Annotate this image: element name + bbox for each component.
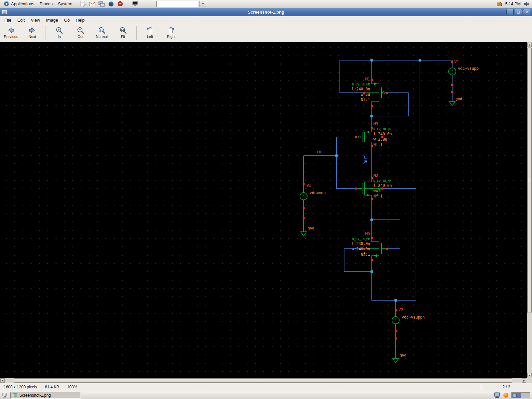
toolbar-left-button[interactable]: Left (140, 25, 160, 41)
status-collection-frame: 2 / 3 (482, 384, 531, 390)
gnome-bottom-panel: Screenshot-1.png (0, 391, 532, 399)
zoom-fit-icon (119, 26, 127, 34)
svg-text:out: out (363, 156, 368, 164)
scroll-down-button[interactable]: ▼ (527, 373, 532, 377)
svg-text:M3: M3 (373, 122, 378, 126)
arrow-right-icon (28, 26, 36, 34)
menu-help[interactable]: Help (73, 17, 88, 24)
web-browser-icon (108, 1, 114, 7)
statusbar: 532 x 399 pixels 61.4 KB 103% 2 / 3 (0, 383, 532, 391)
scroll-left-button[interactable]: ◀ (0, 378, 5, 383)
toolbar-button-label: Normal (96, 35, 107, 39)
svg-text:w:240.0n: w:240.0n (352, 247, 370, 251)
menubar: FileEditViewImageGoHelp (0, 16, 532, 24)
scrollbar-corner (527, 378, 532, 383)
menu-image[interactable]: Image (43, 17, 61, 24)
scroll-right-button[interactable]: ▶ (522, 378, 526, 383)
rotate-left-icon (146, 26, 154, 34)
bottom-tray (494, 392, 531, 398)
minimize-button[interactable]: ▁ (506, 9, 514, 15)
package-manager-icon (117, 1, 123, 7)
svg-text:−: − (395, 320, 397, 324)
rotate-right-icon (167, 26, 175, 34)
panel-entry-dropdown-button[interactable]: ▼ (200, 1, 206, 7)
svg-text:1:1: 1:1 (100, 29, 103, 31)
menu-edit[interactable]: Edit (14, 17, 28, 24)
status-zoom-level: 103% (67, 385, 77, 389)
svg-text:in: in (316, 149, 321, 154)
toolbar-normal-button[interactable]: 1:1Normal (92, 25, 111, 41)
svg-text:vdc=vsupp: vdc=vsupp (458, 66, 478, 71)
svg-text:vdc=vsuppn: vdc=vsuppn (402, 315, 425, 320)
svg-text:M5: M5 (365, 231, 370, 236)
display-tray-icon[interactable] (494, 392, 500, 398)
email-icon (89, 2, 95, 6)
menu-view[interactable]: View (28, 17, 43, 24)
workspace-1[interactable] (512, 393, 521, 398)
thumb-grip (528, 179, 531, 182)
thumb-grip (262, 379, 265, 382)
email-launcher[interactable] (89, 0, 96, 7)
image-canvas[interactable]: M1P_LV_18_MMl:240.0nw=5uNf:1M3P_LV_18_MM… (0, 42, 527, 378)
svg-text:P_LV_18_MM: P_LV_18_MM (352, 83, 370, 86)
gnome-top-panel: Applications Places System ▼ 5:14 PM (0, 0, 532, 8)
package-tray-icon[interactable] (496, 1, 502, 6)
svg-text:M1: M1 (365, 77, 370, 81)
window-icon (2, 9, 7, 15)
zoom-out-icon (76, 26, 84, 34)
svg-text:M2: M2 (373, 173, 378, 178)
svg-text:gnd: gnd (308, 226, 314, 230)
status-dimensions: 532 x 399 pixels (4, 385, 37, 389)
svg-text:w=2.8u: w=2.8u (373, 137, 387, 142)
maximize-button[interactable]: ▢ (515, 9, 522, 15)
toolbar-button-label: Next (29, 35, 36, 39)
toolbar-next-button[interactable]: Next (23, 25, 42, 41)
web-browser-launcher[interactable] (107, 0, 114, 7)
zoom-normal-icon: 1:1 (98, 26, 106, 34)
toolbar-button-label: Fit (121, 35, 125, 39)
status-info-frame: 532 x 399 pixels 61.4 KB 103% (1, 384, 480, 390)
window-titlebar[interactable]: Screenshot-1.png ▁ ▢ ✕ (0, 8, 532, 16)
menu-go[interactable]: Go (61, 17, 72, 24)
taskbar-window-button[interactable]: Screenshot-1.png (10, 392, 81, 399)
toolbar-in-button[interactable]: In (50, 25, 69, 41)
system-menu[interactable]: System (55, 1, 75, 7)
svg-text:Nf:1: Nf:1 (373, 194, 383, 199)
toolbar-previous-button[interactable]: Previous (1, 25, 21, 41)
svg-text:−: − (451, 71, 453, 75)
toolbar-fit-button[interactable]: Fit (113, 25, 133, 41)
volume-icon[interactable] (524, 1, 529, 6)
toolbar-out-button[interactable]: Out (71, 25, 90, 41)
terminal-launcher[interactable] (132, 0, 139, 7)
toolbar-right-button[interactable]: Right (162, 25, 181, 41)
update-notifier-icon[interactable] (503, 393, 508, 398)
panel-launchers (79, 0, 139, 7)
toolbar-separator (46, 26, 46, 40)
svg-text:w=1u: w=1u (373, 189, 383, 193)
places-menu[interactable]: Places (37, 1, 55, 7)
toolbar-button-label: Out (77, 35, 83, 39)
package-manager-launcher[interactable] (117, 0, 124, 7)
toolbar-button-label: Left (147, 35, 153, 39)
close-button[interactable]: ✕ (523, 9, 530, 15)
workspace-2[interactable] (521, 393, 530, 398)
text-editor-launcher[interactable] (79, 0, 86, 7)
applications-menu-icon (4, 1, 9, 7)
screenshot-tool-launcher[interactable] (98, 0, 105, 7)
menu-file[interactable]: File (1, 17, 14, 24)
window-controls: ▁ ▢ ✕ (506, 9, 530, 15)
panel-clock[interactable]: 5:14 PM (505, 2, 521, 6)
vertical-scrollbar[interactable]: ▲ ▼ (527, 42, 532, 378)
panel-command-input[interactable] (156, 1, 198, 7)
vertical-scroll-thumb[interactable] (527, 48, 532, 313)
applications-menu-label: Applications (11, 1, 34, 6)
svg-text:vdc=vnn: vdc=vnn (310, 191, 326, 195)
svg-text:w=5u: w=5u (361, 92, 370, 97)
horizontal-scroll-thumb[interactable] (14, 378, 512, 383)
svg-text:gnd: gnd (456, 97, 462, 101)
scroll-up-button[interactable]: ▲ (527, 43, 532, 47)
applications-menu[interactable]: Applications (1, 1, 37, 7)
task-window-icon (13, 393, 18, 398)
show-desktop-button[interactable] (1, 392, 9, 399)
horizontal-scrollbar[interactable]: ◀ ▶ (0, 378, 527, 383)
